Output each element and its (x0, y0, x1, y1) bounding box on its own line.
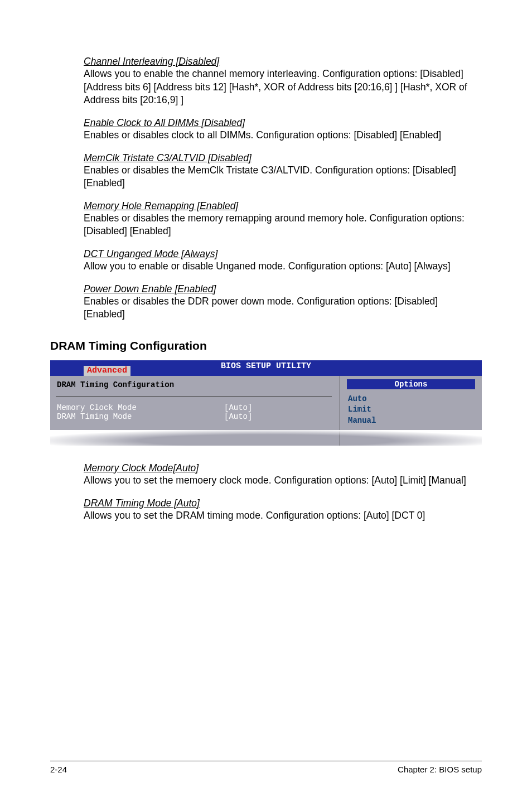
bios-tab-advanced: Advanced (84, 366, 130, 376)
option-item: Auto (348, 394, 476, 405)
bios-row-label: DRAM Timing Mode (57, 412, 224, 421)
section-heading: DRAM Timing Configuration (50, 339, 482, 352)
option-title: MemClk Tristate C3/ALTVID [Disabled] (84, 152, 482, 164)
bios-left-panel: DRAM Timing Configuration Memory Clock M… (50, 376, 340, 446)
bios-panel-title: DRAM Timing Configuration (57, 380, 333, 390)
bios-title: BIOS SETUP UTILITY (221, 361, 311, 371)
option-power-down: Power Down Enable [Enabled] Enables or d… (84, 283, 482, 321)
option-memclk-tristate: MemClk Tristate C3/ALTVID [Disabled] Ena… (84, 152, 482, 190)
option-memory-clock-mode: Memory Clock Mode[Auto] Allows you to se… (84, 462, 482, 487)
options-list: Auto Limit Manual (346, 394, 476, 427)
option-item: Manual (348, 416, 476, 427)
option-body: Enables or disables clock to all DIMMs. … (84, 129, 441, 141)
options-header: Options (347, 379, 475, 389)
bios-header: BIOS SETUP UTILITY Advanced (50, 360, 482, 376)
option-body: Allow you to enable or disable Unganed m… (84, 260, 451, 272)
bios-body: DRAM Timing Configuration Memory Clock M… (50, 376, 482, 446)
option-body: Allows you to enable the channel memory … (84, 68, 467, 105)
option-title: Power Down Enable [Enabled] (84, 283, 482, 295)
option-title: Memory Clock Mode[Auto] (84, 462, 482, 474)
option-item: Limit (348, 404, 476, 416)
bios-row-label: Memory Clock Mode (57, 403, 224, 412)
option-body: Allows you to set the memoery clock mode… (84, 475, 466, 486)
divider (56, 396, 332, 397)
option-title: DRAM Timing Mode [Auto] (84, 497, 482, 509)
option-title: Enable Clock to All DIMMs [Disabled] (84, 117, 482, 129)
option-title: Channel Interleaving [Disabled] (84, 56, 482, 67)
option-enable-clock: Enable Clock to All DIMMs [Disabled] Ena… (84, 117, 482, 142)
bios-right-panel: Options Auto Limit Manual (340, 376, 482, 446)
option-dct-unganged: DCT Unganged Mode [Always] Allow you to … (84, 248, 482, 273)
option-body: Enables or disables the memory remapping… (84, 212, 465, 237)
bios-row: Memory Clock Mode [Auto] (57, 403, 333, 412)
option-title: Memory Hole Remapping [Enabled] (84, 200, 482, 212)
footer-chapter: Chapter 2: BIOS setup (398, 765, 482, 774)
option-dram-timing-mode: DRAM Timing Mode [Auto] Allows you to se… (84, 497, 482, 523)
bios-row: DRAM Timing Mode [Auto] (57, 412, 333, 421)
option-body: Enables or disables the DDR power down m… (84, 296, 438, 320)
option-memory-hole: Memory Hole Remapping [Enabled] Enables … (84, 200, 482, 238)
page-footer: 2-24 Chapter 2: BIOS setup (50, 761, 482, 774)
footer-page-number: 2-24 (50, 765, 67, 774)
bios-screenshot: BIOS SETUP UTILITY Advanced DRAM Timing … (50, 360, 482, 446)
option-title: DCT Unganged Mode [Always] (84, 248, 482, 260)
bios-row-value: [Auto] (224, 412, 252, 421)
option-channel-interleaving: Channel Interleaving [Disabled] Allows y… (84, 56, 482, 107)
bios-row-value: [Auto] (224, 403, 252, 412)
option-body: Allows you to set the DRAM timing mode. … (84, 510, 425, 521)
option-body: Enables or disables the MemClk Tristate … (84, 165, 456, 189)
